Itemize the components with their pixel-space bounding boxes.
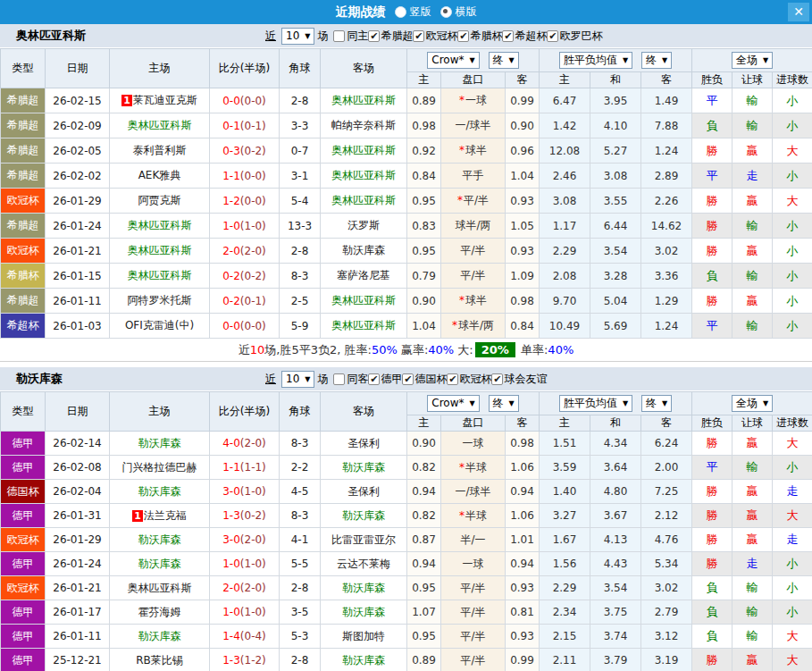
away-team-cell[interactable]: 奥林匹亚科斯 <box>321 138 407 164</box>
col-corner: 角球 <box>280 392 321 432</box>
scope-value: 全场 <box>736 53 758 68</box>
league-filter-checkbox[interactable] <box>447 373 458 385</box>
horizontal-layout-radio[interactable] <box>440 6 452 18</box>
league-type-badge: 德国杯 <box>1 480 46 504</box>
handicap-away-odds: 1.04 <box>506 164 540 189</box>
halftime-score: (0-2) <box>240 145 266 157</box>
chevron-down-icon: ▼ <box>470 56 475 64</box>
away-team-cell[interactable]: 沃罗斯 <box>321 214 407 239</box>
away-team-cell[interactable]: 奥林匹亚科斯 <box>321 189 407 214</box>
col-ah-away: 客 <box>506 415 540 432</box>
home-team-cell[interactable]: 1莱瓦迪亚克斯 <box>110 88 210 113</box>
europe-odds: 3.27 <box>540 504 590 528</box>
handicap-line-text: 一/球半 <box>455 119 490 131</box>
league-filter-checkbox[interactable] <box>413 30 424 42</box>
home-team-cell[interactable]: 勒沃库森 <box>110 480 210 504</box>
league-filter-label: 希超杯 <box>515 29 547 44</box>
col-eu-draw: 和 <box>590 72 641 88</box>
score-cell: 1-1(1-1) <box>210 456 280 480</box>
home-team-cell[interactable]: 奥林匹亚科斯 <box>110 113 210 138</box>
away-team-cell[interactable]: 云达不莱梅 <box>321 552 407 576</box>
home-team-cell[interactable]: 奥林匹亚科斯 <box>110 576 210 600</box>
home-team-cell[interactable]: 阿特罗米托斯 <box>110 289 210 314</box>
fulltime-score: 2-0 <box>222 582 240 594</box>
scope-select[interactable]: 全场▼ <box>732 52 773 69</box>
home-team-cell[interactable]: 勒沃库森 <box>110 625 210 649</box>
home-team-cell[interactable]: OFI克雷迪(中) <box>110 314 210 339</box>
home-team-cell[interactable]: 门兴格拉德巴赫 <box>110 456 210 480</box>
result-verdict: 勝 <box>692 138 732 164</box>
close-icon[interactable]: ✕ <box>788 3 809 21</box>
fulltime-score: 0-0 <box>222 320 240 332</box>
away-team-cell[interactable]: 奥林匹亚科斯 <box>321 164 407 189</box>
home-team-cell[interactable]: 奥林匹亚科斯 <box>110 214 210 239</box>
handicap-away-odds: 1.09 <box>506 264 540 289</box>
away-team-cell[interactable]: 圣保利 <box>321 480 407 504</box>
home-team-cell[interactable]: AEK雅典 <box>110 164 210 189</box>
league-filter-checkbox[interactable] <box>457 30 469 42</box>
games-count-select[interactable]: 10▼ <box>281 28 314 45</box>
fulltime-score: 1-1 <box>222 461 240 474</box>
away-team-cell[interactable]: 勒沃库森 <box>321 649 407 671</box>
away-team-cell[interactable]: 比雷亚雷亚尔 <box>321 528 407 552</box>
league-filter-checkbox[interactable] <box>368 373 380 385</box>
league-filter-checkbox[interactable] <box>402 373 414 385</box>
handicap-verdict: 輸 <box>732 264 773 289</box>
home-team-name: 门兴格拉德巴赫 <box>122 461 197 474</box>
star-icon: * <box>459 461 465 474</box>
games-count-select[interactable]: 10▼ <box>281 371 314 388</box>
home-team-cell[interactable]: 勒沃库森 <box>110 432 210 456</box>
europe-odds: 2.29 <box>540 576 590 600</box>
away-team-cell[interactable]: 奥林匹亚科斯 <box>321 88 407 113</box>
home-team-cell[interactable]: 勒沃库森 <box>110 528 210 552</box>
result-verdict: 負 <box>692 600 732 625</box>
col-score: 比分(半场) <box>210 392 280 432</box>
home-team-cell[interactable]: 奥林匹亚科斯 <box>110 264 210 289</box>
odds-time-select[interactable]: 终▼ <box>489 395 519 412</box>
handicap-line-text: 一球 <box>465 94 487 106</box>
near-label: 近 <box>265 372 276 387</box>
away-team-cell[interactable]: 斯图加特 <box>321 625 407 649</box>
wdl-time-select[interactable]: 终▼ <box>641 395 672 412</box>
away-team-cell[interactable]: 塞萨洛尼基 <box>321 264 407 289</box>
wdl-avg-select[interactable]: 胜平负均值▼ <box>559 395 632 412</box>
same-venue-checkbox[interactable] <box>333 30 345 42</box>
home-team-cell[interactable]: 阿贾克斯 <box>110 189 210 214</box>
league-filter-checkbox[interactable] <box>491 373 503 385</box>
away-team-cell[interactable]: 勒沃库森 <box>321 576 407 600</box>
odds-company-select[interactable]: Crow*▼ <box>427 52 479 69</box>
score-cell: 0-0(0-0) <box>210 314 280 339</box>
team-section-leverkusen: 勒沃库森 近 10▼ 场 同客 德甲德国杯欧冠杯球会友谊 类型 日期 主场 比分… <box>0 367 812 671</box>
goals-verdict: 走 <box>773 480 812 504</box>
summary-segment: 40% <box>548 343 573 356</box>
odds-company-select[interactable]: Crow*▼ <box>427 395 479 412</box>
away-team-cell[interactable]: 勒沃库森 <box>321 600 407 625</box>
away-team-name: 圣保利 <box>347 485 380 498</box>
away-team-cell[interactable]: 奥林匹亚科斯 <box>321 289 407 314</box>
league-filter-checkbox[interactable] <box>502 30 514 42</box>
league-filter-checkbox[interactable] <box>547 30 558 42</box>
away-team-cell[interactable]: 勒沃库森 <box>321 239 407 264</box>
away-team-cell[interactable]: 勒沃库森 <box>321 504 407 528</box>
home-team-cell[interactable]: 霍芬海姆 <box>110 600 210 625</box>
home-team-cell[interactable]: 泰利普利斯 <box>110 138 210 164</box>
home-team-cell[interactable]: 奥林匹亚科斯 <box>110 239 210 264</box>
wdl-avg-select[interactable]: 胜平负均值▼ <box>559 52 632 69</box>
league-filter-checkbox[interactable] <box>368 30 380 42</box>
vertical-layout-radio[interactable] <box>395 6 406 18</box>
score-cell: 0-1(0-1) <box>210 113 280 138</box>
match-date: 26-02-04 <box>46 480 110 504</box>
europe-odds: 10.49 <box>540 314 590 339</box>
home-team-cell[interactable]: 1法兰克福 <box>110 504 210 528</box>
away-team-cell[interactable]: 圣保利 <box>321 432 407 456</box>
odds-time-select[interactable]: 终▼ <box>489 52 519 69</box>
handicap-verdict: 走 <box>732 164 773 189</box>
away-team-cell[interactable]: 勒沃库森 <box>321 456 407 480</box>
home-team-cell[interactable]: RB莱比锡 <box>110 649 210 671</box>
away-team-cell[interactable]: 奥林匹亚科斯 <box>321 314 407 339</box>
scope-select[interactable]: 全场▼ <box>732 395 773 412</box>
wdl-time-select[interactable]: 终▼ <box>641 52 672 69</box>
home-team-cell[interactable]: 勒沃库森 <box>110 552 210 576</box>
same-venue-checkbox[interactable] <box>333 373 345 385</box>
away-team-cell[interactable]: 帕纳辛奈科斯 <box>321 113 407 138</box>
